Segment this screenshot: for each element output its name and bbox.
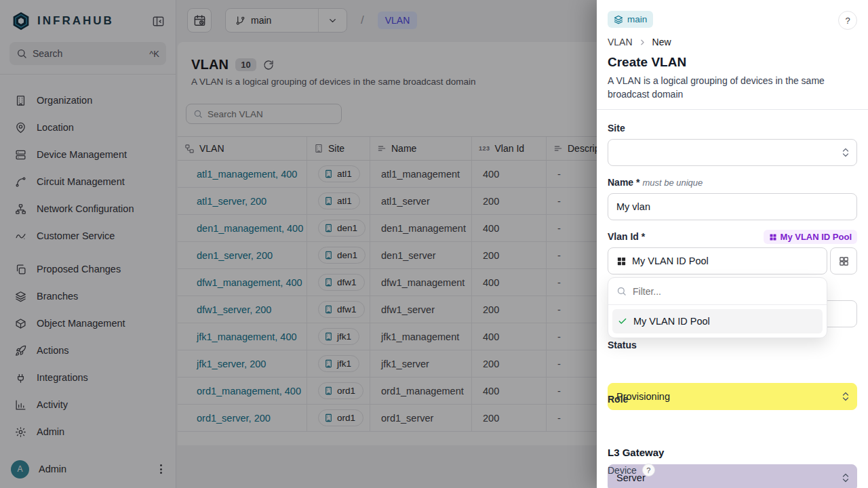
- l3-gateway-heading: L3 Gateway: [608, 447, 857, 458]
- dropdown-option-my-vlan-id-pool[interactable]: My VLAN ID Pool: [612, 309, 823, 333]
- drawer-divider: [597, 109, 868, 110]
- site-select[interactable]: [608, 139, 857, 166]
- vlan-id-field[interactable]: My VLAN ID Pool: [608, 247, 827, 274]
- device-help-icon[interactable]: ?: [642, 464, 655, 476]
- search-icon: [616, 286, 627, 296]
- role-label: Role: [608, 394, 857, 405]
- site-label: Site: [608, 123, 857, 134]
- chevron-right-icon: [638, 38, 647, 47]
- grid-icon: [769, 233, 777, 241]
- name-field[interactable]: [616, 201, 848, 212]
- grid-icon: [839, 256, 849, 266]
- drawer-breadcrumb: VLAN New: [608, 37, 857, 47]
- grid-icon: [616, 256, 627, 266]
- help-button[interactable]: ?: [838, 11, 857, 30]
- name-field-wrap: [608, 193, 857, 220]
- layers-icon: [614, 15, 623, 24]
- create-vlan-drawer: main ? VLAN New Create VLAN A VLAN is a …: [597, 0, 868, 488]
- name-label: Name * must be unique: [608, 177, 857, 188]
- device-label: Device: [608, 465, 637, 476]
- check-icon: [618, 317, 627, 326]
- name-hint: must be unique: [642, 178, 703, 188]
- vlan-id-value: My VLAN ID Pool: [632, 256, 709, 266]
- branch-badge: main: [608, 11, 653, 28]
- breadcrumb-current: New: [652, 37, 671, 47]
- chevron-up-down-icon: [842, 148, 850, 158]
- status-label: Status: [608, 340, 857, 350]
- dropdown-filter-input[interactable]: [633, 286, 818, 297]
- device-label-row: Device ?: [608, 464, 857, 476]
- pool-badge: My VLAN ID Pool: [764, 230, 857, 244]
- drawer-title: Create VLAN: [608, 55, 857, 70]
- pool-dropdown: My VLAN ID Pool: [608, 277, 827, 338]
- pool-picker-button[interactable]: [830, 247, 857, 274]
- drawer-description: A VLAN is a logical grouping of devices …: [608, 74, 857, 102]
- breadcrumb-parent[interactable]: VLAN: [608, 37, 633, 47]
- dropdown-filter[interactable]: [608, 278, 827, 305]
- modal-overlay[interactable]: [0, 0, 597, 488]
